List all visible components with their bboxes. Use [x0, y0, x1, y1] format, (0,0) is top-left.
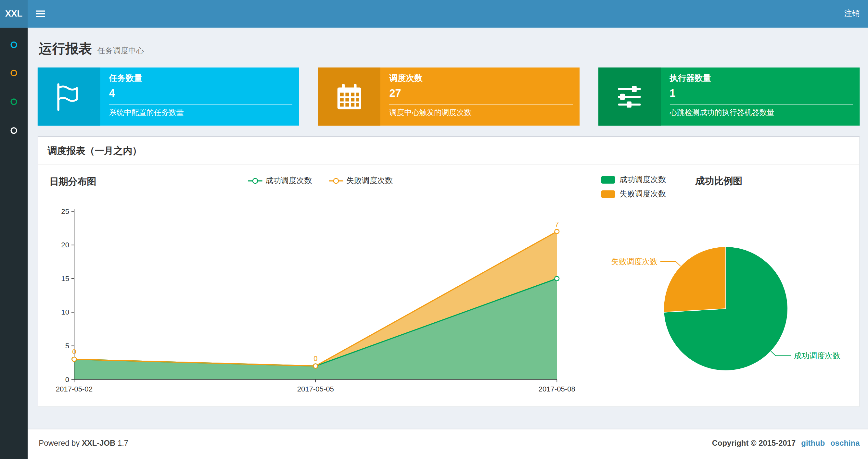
- date-distribution-chart: 05101520252017-05-022017-05-052017-05-08…: [50, 206, 592, 397]
- dispatch-report-panel: 调度报表（一月之内） 日期分布图 成功调度次数: [38, 136, 860, 406]
- box-description: 心跳检测成功的执行器机器数量: [670, 108, 853, 118]
- box-description: 调度中心触发的调度次数: [390, 108, 573, 118]
- panel-header: 调度报表（一月之内）: [38, 137, 859, 165]
- sliders-icon: [598, 67, 661, 126]
- sidebar-toggle-button[interactable]: [28, 0, 53, 28]
- sidebar-item-2[interactable]: [0, 61, 28, 85]
- circle-icon: [10, 41, 17, 48]
- sidebar-item-1[interactable]: [0, 33, 28, 57]
- job-count-box: 任务数量 4 系统中配置的任务数量: [38, 67, 299, 126]
- svg-text:成功调度次数: 成功调度次数: [794, 351, 840, 360]
- legend-label: 成功调度次数: [266, 176, 312, 186]
- svg-text:2017-05-02: 2017-05-02: [56, 385, 93, 393]
- footer: Powered by XXL-JOB 1.7 Copyright © 2015-…: [28, 429, 868, 459]
- panel-title: 调度报表（一月之内）: [48, 145, 142, 156]
- success-ratio-chart: 成功调度次数失败调度次数: [609, 183, 863, 391]
- svg-text:20: 20: [61, 241, 69, 249]
- legend-label: 失败调度次数: [346, 176, 393, 186]
- box-label: 调度次数: [390, 73, 573, 84]
- box-description: 系统中配置的任务数量: [109, 108, 293, 118]
- box-value: 1: [670, 87, 853, 99]
- date-distribution-section: 日期分布图 成功调度次数 失败调度次数: [48, 167, 593, 405]
- github-link[interactable]: github: [801, 438, 825, 447]
- summary-boxes: 任务数量 4 系统中配置的任务数量 调度次数 27: [38, 67, 860, 126]
- sidebar-item-4[interactable]: [0, 119, 28, 143]
- svg-text:2017-05-05: 2017-05-05: [297, 385, 334, 393]
- content-header: 运行报表任务调度中心: [28, 28, 868, 58]
- svg-text:0: 0: [65, 375, 69, 384]
- divider: [390, 104, 573, 104]
- svg-text:0: 0: [72, 348, 76, 356]
- product-version: 1.7: [118, 438, 128, 447]
- product-name: XXL-JOB: [82, 438, 115, 447]
- hamburger-icon: [36, 13, 44, 14]
- circle-icon: [10, 70, 17, 76]
- svg-text:0: 0: [313, 355, 317, 363]
- calendar-icon: [318, 67, 381, 126]
- powered-prefix: Powered by: [39, 438, 80, 447]
- sidebar-item-3[interactable]: [0, 90, 28, 114]
- trigger-count-box: 调度次数 27 调度中心触发的调度次数: [318, 67, 580, 126]
- divider: [670, 104, 853, 104]
- page-subtitle: 任务调度中心: [97, 46, 144, 55]
- box-value: 4: [109, 87, 293, 99]
- oschina-link[interactable]: oschina: [830, 438, 860, 447]
- circle-icon: [10, 98, 17, 105]
- line-chart-legend: 成功调度次数 失败调度次数: [48, 176, 593, 186]
- divider: [109, 104, 293, 104]
- legend-item-success[interactable]: 成功调度次数: [248, 176, 312, 186]
- flag-icon: [38, 67, 100, 126]
- copyright-text: Copyright © 2015-2017: [712, 438, 796, 447]
- line-marker-icon: [329, 177, 343, 185]
- box-label: 执行器数量: [670, 73, 853, 84]
- legend-swatch-icon: [601, 176, 615, 184]
- line-marker-icon: [248, 177, 262, 185]
- success-ratio-section: 成功调度次数 失败调度次数 成功比例图 成功调度次数失败调度次数: [597, 167, 859, 405]
- app-window: XXL 注销 运行报表任务调度中心 任务数量 4: [0, 0, 868, 459]
- svg-text:10: 10: [61, 308, 69, 316]
- svg-text:2017-05-08: 2017-05-08: [538, 385, 575, 393]
- box-value: 27: [390, 87, 573, 99]
- legend-item-fail[interactable]: 失败调度次数: [329, 176, 393, 186]
- svg-text:7: 7: [555, 220, 559, 228]
- app-logo: XXL: [0, 0, 28, 28]
- page-title: 运行报表: [39, 41, 92, 56]
- top-navbar: XXL 注销: [0, 0, 868, 28]
- svg-text:25: 25: [61, 207, 69, 216]
- executor-count-box: 执行器数量 1 心跳检测成功的执行器机器数量: [598, 67, 860, 126]
- copyright: Copyright © 2015-2017githuboschina: [712, 438, 860, 447]
- box-label: 任务数量: [109, 73, 293, 84]
- circle-icon: [10, 127, 17, 134]
- powered-by: Powered by XXL-JOB 1.7: [39, 438, 128, 447]
- svg-text:15: 15: [61, 274, 69, 283]
- svg-text:5: 5: [65, 342, 69, 350]
- logout-button[interactable]: 注销: [836, 0, 868, 28]
- sidebar: [0, 28, 28, 459]
- svg-text:失败调度次数: 失败调度次数: [611, 257, 657, 266]
